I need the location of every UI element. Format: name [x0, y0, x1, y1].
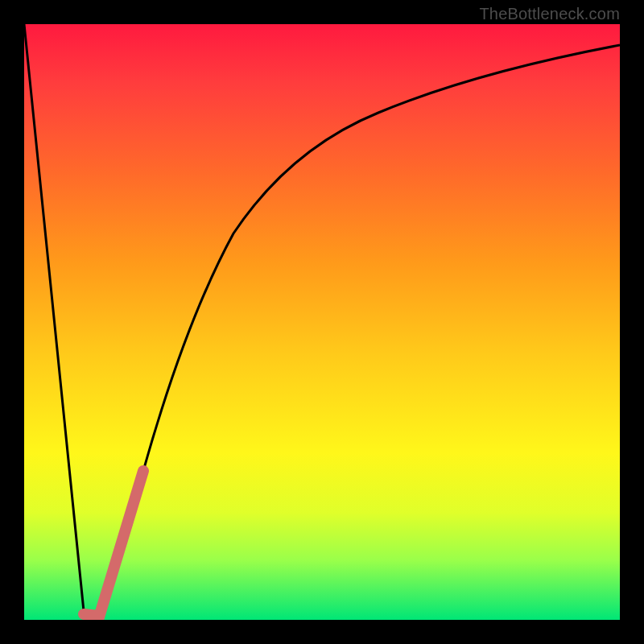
- chart-frame: TheBottleneck.com: [0, 0, 644, 644]
- bottleneck-curve: [24, 24, 620, 620]
- highlight-segment: [98, 471, 143, 620]
- credit-label: TheBottleneck.com: [479, 5, 620, 23]
- highlight-minimum: [84, 614, 98, 616]
- plot-area: [24, 24, 620, 620]
- curve-layer: [24, 24, 620, 620]
